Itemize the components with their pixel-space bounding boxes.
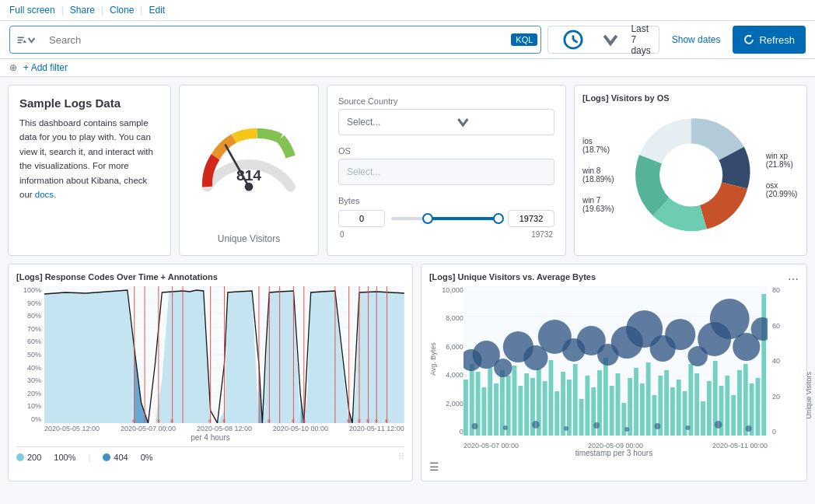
x-axis-labels: 2020-05-05 12:002020-05-07 00:002020-05-… — [44, 425, 404, 432]
donut-card: [Logs] Visitors by OS ios (18.7%) win 8 … — [574, 85, 807, 256]
time-label: Last 7 days — [631, 23, 650, 56]
bar-chart-inner — [463, 286, 768, 436]
legend-label-404: 404 — [114, 453, 128, 462]
edit-link[interactable]: Edit — [149, 5, 165, 16]
time-chevron-icon — [593, 30, 628, 50]
response-codes-chart-card: [Logs] Response Codes Over Time + Annota… — [8, 264, 413, 481]
chart-menu-icon[interactable]: ⋯ — [788, 273, 799, 285]
filter-icon[interactable]: ⊕ — [9, 62, 17, 73]
svg-rect-77 — [561, 372, 565, 436]
legend-value-200: 100% — [54, 453, 75, 462]
svg-rect-74 — [543, 381, 547, 436]
search-container: KQL — [9, 26, 541, 54]
y-axis-right-values: 806040200 — [769, 286, 799, 436]
range-thumb-left[interactable] — [422, 213, 433, 224]
kql-badge[interactable]: KQL — [511, 33, 537, 46]
add-filter-button[interactable]: + Add filter — [23, 62, 68, 73]
search-bar: KQL Last 7 days Show dates Refresh — [0, 21, 815, 59]
svg-rect-94 — [664, 370, 669, 436]
legend-item-404: 404 — [103, 453, 128, 462]
search-type-button[interactable] — [10, 35, 43, 45]
svg-text:✳: ✳ — [366, 418, 371, 423]
os-select[interactable]: Select... — [338, 159, 554, 185]
visitors-chart-header: [Logs] Unique Visitors vs. Average Bytes… — [429, 272, 799, 286]
svg-rect-99 — [694, 373, 699, 436]
svg-rect-89 — [634, 368, 638, 436]
full-screen-link[interactable]: Full screen — [9, 5, 55, 16]
svg-point-132 — [564, 426, 568, 431]
bar-bubble-chart-svg — [463, 286, 768, 436]
svg-rect-90 — [640, 383, 645, 436]
chevron-down-icon — [26, 35, 37, 45]
svg-rect-104 — [725, 376, 729, 436]
svg-rect-67 — [500, 370, 505, 436]
svg-point-123 — [665, 319, 695, 350]
sample-logs-title: Sample Logs Data — [19, 96, 159, 110]
svg-text:✳: ✳ — [170, 418, 175, 423]
donut-label-ios: ios (18.7%) — [582, 137, 616, 154]
range-min-input[interactable] — [338, 210, 385, 227]
svg-text:✳: ✳ — [291, 418, 296, 423]
main-content: Sample Logs Data This dashboard contains… — [0, 77, 815, 489]
svg-rect-69 — [512, 366, 516, 436]
svg-line-6 — [573, 40, 578, 43]
svg-text:✳: ✳ — [384, 418, 390, 423]
visitors-chart-legend: ☰ — [429, 457, 799, 473]
chart-legend-response: 200 100% | 404 0% ⠿ — [16, 446, 404, 462]
svg-rect-95 — [670, 387, 675, 436]
svg-rect-76 — [554, 391, 559, 436]
svg-text:✳: ✳ — [156, 418, 162, 423]
bytes-label: Bytes — [338, 196, 554, 205]
svg-point-126 — [710, 299, 750, 339]
donut-label-osx: osx (20.99%) — [766, 181, 799, 198]
time-picker[interactable]: Last 7 days — [547, 26, 659, 54]
svg-point-113 — [494, 359, 512, 377]
gauge-card: 814 Unique Visitors — [179, 85, 319, 256]
svg-rect-81 — [585, 376, 589, 436]
y-axis-label-left: Avg. Bytes — [429, 368, 437, 376]
svg-rect-2 — [18, 41, 22, 43]
area-chart-svg: ✳ ✳ ✳ ✳ ✳ ✳ ✳ ✳ ✳ ✳ ✳ ✳ ✳ — [44, 286, 404, 423]
range-min-label: 0 — [340, 230, 345, 239]
svg-point-129 — [472, 423, 478, 429]
svg-rect-100 — [701, 401, 705, 436]
refresh-button[interactable]: Refresh — [733, 26, 806, 54]
svg-rect-109 — [755, 378, 760, 436]
svg-point-136 — [685, 425, 690, 430]
clone-link[interactable]: Clone — [110, 5, 134, 16]
donut-label-win8: win 8 (18.89%) — [582, 166, 616, 184]
range-thumb-right[interactable] — [493, 213, 504, 224]
filter-bar: ⊕ + Add filter — [0, 59, 815, 77]
svg-rect-101 — [707, 381, 712, 436]
bottom-row: [Logs] Response Codes Over Time + Annota… — [8, 264, 807, 481]
svg-rect-91 — [646, 362, 651, 436]
clock-icon — [556, 30, 590, 50]
legend-dot-200 — [16, 453, 24, 461]
legend-item-200: 200 — [16, 453, 41, 462]
donut-chart-svg — [622, 107, 760, 243]
search-dropdown-icon — [16, 35, 26, 45]
share-link[interactable]: Share — [70, 5, 95, 16]
svg-rect-85 — [610, 386, 614, 436]
source-country-select[interactable]: Select... — [338, 109, 554, 135]
sample-logs-description: This dashboard contains sample data for … — [19, 116, 159, 201]
response-chart-title: [Logs] Response Codes Over Time + Annota… — [16, 272, 404, 282]
donut-labels-left: ios (18.7%) win 8 (18.89%) win 7 (19.63%… — [582, 137, 622, 213]
sample-logs-card: Sample Logs Data This dashboard contains… — [8, 85, 171, 256]
search-input[interactable] — [43, 31, 511, 49]
svg-rect-96 — [677, 380, 681, 436]
docs-link[interactable]: docs — [35, 190, 54, 199]
donut-label-win7: win 7 (19.63%) — [582, 196, 616, 213]
range-max-input[interactable] — [508, 210, 554, 227]
svg-point-135 — [654, 423, 660, 429]
show-dates-button[interactable]: Show dates — [666, 31, 727, 48]
area-chart-inner: ✳ ✳ ✳ ✳ ✳ ✳ ✳ ✳ ✳ ✳ ✳ ✳ ✳ — [44, 286, 404, 423]
legend-end: ⠿ — [398, 452, 404, 462]
svg-rect-106 — [737, 370, 742, 436]
svg-rect-0 — [18, 37, 24, 38]
svg-point-130 — [503, 425, 508, 430]
legend-list-icon: ☰ — [429, 460, 439, 473]
svg-rect-65 — [488, 368, 492, 436]
svg-rect-66 — [494, 383, 498, 436]
svg-text:✳: ✳ — [374, 418, 380, 423]
